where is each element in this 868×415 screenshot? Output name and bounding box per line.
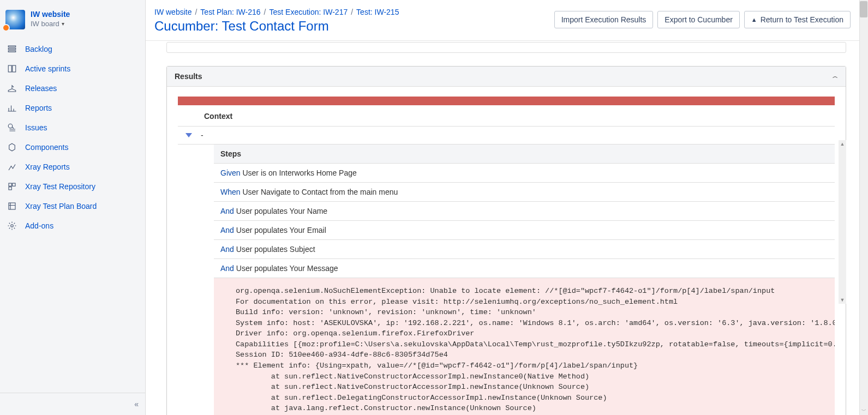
sidebar-item-xray-test-repository[interactable]: Xray Test Repository	[0, 177, 145, 196]
step-row: And User populates Subject	[214, 240, 835, 259]
sidebar-item-label: Xray Test Plan Board	[25, 202, 97, 210]
svg-rect-2	[8, 51, 16, 52]
board-icon	[7, 63, 17, 74]
svg-point-10	[11, 225, 14, 227]
previous-panel-collapsed	[166, 42, 846, 53]
button-label: Return to Test Execution	[761, 15, 843, 24]
sidebar-item-label: Active sprints	[25, 64, 70, 73]
component-icon	[7, 142, 17, 153]
step-keyword: When	[220, 188, 241, 196]
svg-point-5	[8, 124, 13, 128]
sidebar-item-addons[interactable]: Add-ons	[0, 216, 145, 236]
sidebar-item-label: Xray Test Repository	[25, 182, 95, 191]
return-to-test-execution-button[interactable]: ▲ Return to Test Execution	[744, 11, 851, 28]
sidebar-item-reports[interactable]: Reports	[0, 98, 145, 118]
page-title: Cucumber: Test Contact Form	[154, 19, 399, 34]
sidebar-item-xray-test-plan-board[interactable]: Xray Test Plan Board	[0, 196, 145, 216]
sidebar-item-label: Issues	[25, 123, 47, 132]
svg-rect-6	[9, 183, 11, 186]
sidebar: IW website IW board ▾ Backlog Active spr…	[0, 0, 146, 415]
avatar-badge-icon	[2, 24, 10, 32]
button-label: Import Execution Results	[561, 15, 646, 24]
project-avatar-icon	[5, 10, 25, 29]
results-panel-header[interactable]: Results ︿	[167, 67, 846, 87]
collapse-icon: «	[134, 400, 139, 408]
status-bar-failed	[178, 97, 835, 105]
breadcrumb-link[interactable]: IW website	[154, 8, 191, 16]
gear-icon	[7, 220, 17, 231]
inner-scrollbar[interactable]: ▲ ▼	[839, 140, 846, 304]
sidebar-item-components[interactable]: Components	[0, 137, 145, 157]
sidebar-item-releases[interactable]: Releases	[0, 79, 145, 98]
chart-icon	[7, 103, 17, 113]
svg-rect-0	[8, 46, 16, 47]
step-text: User Navigate to Contact from the main m…	[242, 188, 398, 196]
sidebar-item-xray-reports[interactable]: Xray Reports	[0, 157, 145, 177]
results-body: Context - Steps Given User is on Interwo…	[167, 87, 846, 415]
results-panel: Results ︿ Context - Steps Given User is …	[166, 66, 846, 415]
scroll-up-icon[interactable]: ▲	[839, 140, 846, 148]
sidebar-item-label: Releases	[25, 84, 57, 93]
step-text: User is on Interworks Home Page	[242, 169, 356, 177]
svg-rect-3	[8, 65, 11, 72]
step-text: User populates Your Email	[236, 226, 326, 234]
step-text: User populates Your Message	[236, 264, 338, 273]
plan-board-icon	[7, 201, 17, 212]
breadcrumb-sep: /	[351, 8, 353, 16]
step-keyword: And	[220, 245, 234, 254]
scroll-down-icon[interactable]: ▼	[839, 296, 846, 304]
step-row: Given User is on Interworks Home Page	[214, 164, 835, 183]
window-scrollbar[interactable]: ︿ ﹀	[859, 0, 868, 415]
sidebar-nav: Backlog Active sprints Releases Reports …	[0, 37, 145, 238]
sidebar-item-issues[interactable]: Issues	[0, 118, 145, 137]
svg-rect-8	[9, 187, 11, 190]
step-keyword: And	[220, 264, 234, 273]
topbar: IW website / Test Plan: IW-216 / Test Ex…	[146, 0, 859, 41]
context-header: Context	[178, 105, 835, 127]
scrollbar-thumb[interactable]	[860, 1, 867, 17]
board-selector[interactable]: IW board ▾	[31, 20, 70, 28]
sidebar-item-label: Xray Reports	[25, 163, 70, 171]
breadcrumb-sep: /	[264, 8, 266, 16]
sidebar-item-label: Components	[25, 143, 68, 152]
breadcrumb-link[interactable]: Test Execution: IW-217	[270, 8, 348, 16]
sidebar-collapse[interactable]: «	[0, 393, 145, 415]
export-to-cucumber-button[interactable]: Export to Cucumber	[657, 11, 740, 28]
stack-trace: org.openqa.selenium.NoSuchElementExcepti…	[214, 278, 835, 415]
sidebar-item-active-sprints[interactable]: Active sprints	[0, 59, 145, 79]
sidebar-item-label: Reports	[25, 104, 52, 112]
expand-triangle-icon	[185, 133, 192, 137]
results-title: Results	[175, 72, 202, 81]
sidebar-item-backlog[interactable]: Backlog	[0, 39, 145, 59]
svg-rect-4	[13, 65, 16, 72]
repository-icon	[7, 181, 17, 192]
project-name[interactable]: IW website	[31, 10, 70, 19]
sidebar-header: IW website IW board ▾	[0, 0, 145, 37]
step-text: User populates Your Name	[236, 207, 327, 215]
steps-header: Steps	[214, 145, 835, 164]
breadcrumb-link[interactable]: Test: IW-215	[356, 8, 399, 16]
context-row[interactable]: -	[178, 127, 835, 145]
svg-rect-1	[8, 49, 16, 50]
xray-reports-icon	[7, 161, 17, 172]
ship-icon	[7, 83, 17, 94]
chevron-down-icon: ▾	[62, 21, 64, 27]
chevron-up-icon: ︿	[833, 73, 838, 80]
svg-rect-7	[13, 183, 15, 186]
topbar-buttons: Import Execution Results Export to Cucum…	[554, 11, 851, 28]
step-row: And User populates Your Name	[214, 202, 835, 221]
step-keyword: Given	[220, 169, 241, 177]
context-value: -	[201, 131, 203, 140]
import-execution-results-button[interactable]: Import Execution Results	[554, 11, 654, 28]
step-row: When User Navigate to Contact from the m…	[214, 183, 835, 202]
scroll-down-icon[interactable]: ﹀	[859, 406, 868, 415]
breadcrumb-link[interactable]: Test Plan: IW-216	[200, 8, 260, 16]
board-name: IW board	[31, 20, 59, 28]
sidebar-item-label: Backlog	[25, 45, 52, 53]
step-keyword: And	[220, 207, 234, 215]
svg-rect-9	[9, 203, 15, 209]
sidebar-item-label: Add-ons	[25, 221, 53, 230]
content-area: Results ︿ Context - Steps Given User is …	[146, 42, 859, 415]
steps-container: Steps Given User is on Interworks Home P…	[214, 145, 835, 415]
breadcrumb-sep: /	[195, 8, 197, 16]
